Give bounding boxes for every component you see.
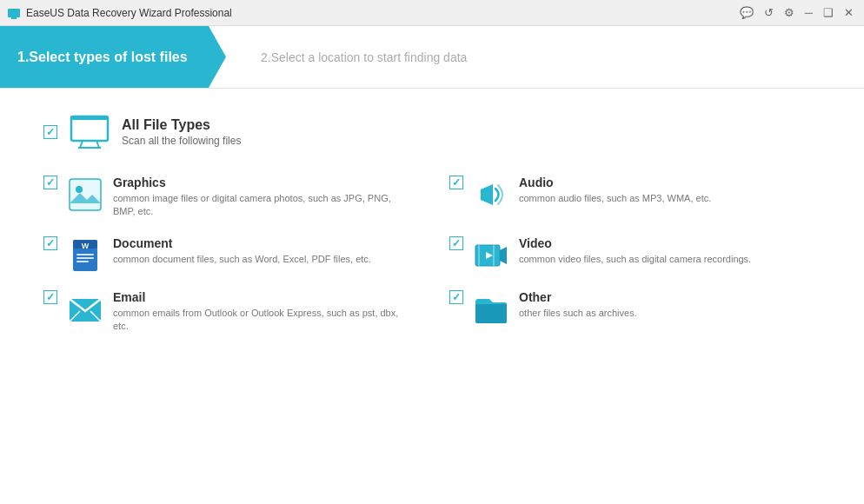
svg-rect-3 xyxy=(71,116,108,120)
undo-icon[interactable]: ↺ xyxy=(761,6,777,19)
app-title: EaseUS Data Recovery Wizard Professional xyxy=(26,7,232,19)
close-button[interactable]: ✕ xyxy=(841,6,857,19)
email-title: Email xyxy=(113,290,415,304)
audio-info: Audio common audio files, such as MP3, W… xyxy=(519,176,821,205)
window-controls[interactable]: 💬 ↺ ⚙ ─ ❑ ✕ xyxy=(736,6,857,19)
other-title: Other xyxy=(519,290,821,304)
document-info: Document common document files, such as … xyxy=(113,236,415,266)
list-item: W Document common document files, such a… xyxy=(43,236,415,273)
document-checkbox[interactable] xyxy=(43,236,57,250)
video-checkbox[interactable] xyxy=(449,236,463,250)
title-bar: EaseUS Data Recovery Wizard Professional… xyxy=(0,0,864,26)
settings-icon[interactable]: ⚙ xyxy=(781,6,798,19)
list-item: Other other files such as archives. xyxy=(449,290,821,334)
svg-point-8 xyxy=(76,186,83,193)
other-info: Other other files such as archives. xyxy=(519,290,821,320)
list-item: Audio common audio files, such as MP3, W… xyxy=(449,176,821,219)
svg-rect-14 xyxy=(76,257,94,259)
video-desc: common video files, such as digital came… xyxy=(519,253,821,266)
document-title: Document xyxy=(113,236,415,250)
other-icon xyxy=(474,292,508,327)
all-file-types-checkbox[interactable] xyxy=(43,125,57,139)
other-checkbox[interactable] xyxy=(449,290,463,304)
step2-tab[interactable]: 2.Select a location to start finding dat… xyxy=(226,26,864,88)
svg-rect-7 xyxy=(70,179,101,210)
restore-button[interactable]: ❑ xyxy=(820,6,837,19)
document-icon: W xyxy=(68,238,103,273)
list-item: Video common video files, such as digita… xyxy=(449,236,821,273)
svg-rect-0 xyxy=(8,9,20,17)
app-icon xyxy=(7,6,21,20)
email-icon xyxy=(68,292,103,327)
step2-label: 2.Select a location to start finding dat… xyxy=(261,50,467,64)
graphics-icon xyxy=(68,177,103,212)
graphics-desc: common image files or digital camera pho… xyxy=(113,192,415,219)
svg-rect-2 xyxy=(71,116,108,141)
list-item: Email common emails from Outlook or Outl… xyxy=(43,290,415,334)
file-type-grid: Graphics common image files or digital c… xyxy=(43,176,821,334)
svg-text:W: W xyxy=(82,242,90,250)
document-desc: common document files, such as Word, Exc… xyxy=(113,253,415,266)
svg-rect-15 xyxy=(76,261,89,262)
minimize-button[interactable]: ─ xyxy=(801,6,816,19)
video-info: Video common video files, such as digita… xyxy=(519,236,821,266)
other-desc: other files such as archives. xyxy=(519,307,821,320)
title-bar-left: EaseUS Data Recovery Wizard Professional xyxy=(7,6,232,20)
audio-icon xyxy=(474,177,508,212)
email-checkbox[interactable] xyxy=(43,290,57,304)
step1-tab[interactable]: 1.Select types of lost files xyxy=(0,26,226,88)
list-item: Graphics common image files or digital c… xyxy=(43,176,415,219)
svg-rect-1 xyxy=(11,17,17,19)
graphics-title: Graphics xyxy=(113,176,415,189)
svg-marker-21 xyxy=(500,247,507,264)
all-file-types-subtitle: Scan all the following files xyxy=(122,135,241,147)
step1-label: 1.Select types of lost files xyxy=(17,50,188,65)
svg-rect-13 xyxy=(76,254,94,255)
graphics-info: Graphics common image files or digital c… xyxy=(113,176,415,219)
all-file-types-title: All File Types xyxy=(122,117,241,133)
audio-title: Audio xyxy=(519,176,821,189)
step-header: 1.Select types of lost files 2.Select a … xyxy=(0,26,864,89)
graphics-checkbox[interactable] xyxy=(43,176,57,189)
email-desc: common emails from Outlook or Outlook Ex… xyxy=(113,307,415,334)
email-info: Email common emails from Outlook or Outl… xyxy=(113,290,415,334)
feedback-icon[interactable]: 💬 xyxy=(736,6,757,19)
svg-rect-19 xyxy=(493,245,495,266)
video-title: Video xyxy=(519,236,821,250)
all-file-types-row: All File Types Scan all the following fi… xyxy=(43,115,821,149)
all-file-types-info: All File Types Scan all the following fi… xyxy=(122,117,241,147)
video-icon xyxy=(474,238,508,273)
audio-desc: common audio files, such as MP3, WMA, et… xyxy=(519,192,821,205)
audio-checkbox[interactable] xyxy=(449,176,463,189)
main-content: All File Types Scan all the following fi… xyxy=(0,89,864,504)
svg-rect-18 xyxy=(478,245,480,266)
monitor-icon xyxy=(70,115,110,149)
